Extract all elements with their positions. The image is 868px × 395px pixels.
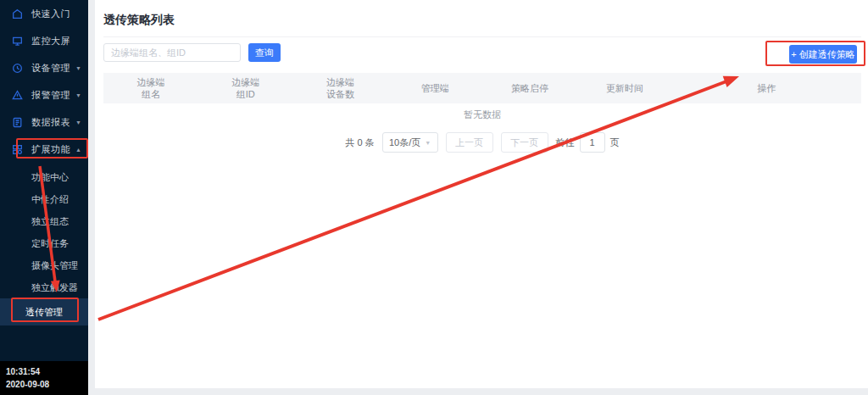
page-number-input[interactable] — [580, 132, 605, 153]
sidebar-menu: 快速入门 监控大屏 设备管理 ▼ 报警管理 ▼ — [0, 0, 88, 163]
submenu-item-scheduled-tasks[interactable]: 定时任务 — [0, 232, 88, 254]
submenu-item-camera-management[interactable]: 摄像头管理 — [0, 254, 88, 276]
pagination: 共 0 条 10条/页 ▼ 上一页 下一页 前往 页 — [103, 132, 861, 153]
extension-grid-icon — [11, 143, 23, 155]
submenu-item-neutral-intro[interactable]: 中性介绍 — [0, 188, 88, 210]
sidebar-item-device-management[interactable]: 设备管理 ▼ — [0, 54, 88, 81]
column-header-strategy-toggle: 策略启停 — [482, 82, 577, 94]
sidebar-item-label: 扩展功能 — [31, 143, 70, 156]
goto-suffix-label: 页 — [610, 136, 620, 149]
report-document-icon — [11, 116, 23, 128]
chevron-down-icon: ▼ — [75, 65, 81, 71]
pagination-total: 共 0 条 — [345, 136, 374, 149]
sidebar-item-label: 监控大屏 — [31, 35, 70, 47]
sidebar-submenu: 功能中心 中性介绍 独立组态 定时任务 摄像头管理 独立触发器 透传管理 — [0, 166, 88, 325]
submenu-item-passthrough-management[interactable]: 透传管理 — [0, 298, 88, 325]
sidebar-item-label: 数据报表 — [31, 116, 70, 129]
chevron-up-icon: ▲ — [75, 147, 81, 153]
column-header-update-time: 更新时间 — [577, 82, 672, 94]
next-page-button[interactable]: 下一页 — [501, 132, 548, 153]
sidebar-item-quick-start[interactable]: 快速入门 — [0, 0, 88, 27]
column-header-edge-device-count: 边缘端 设备数 — [293, 76, 388, 100]
sidebar: 快速入门 监控大屏 设备管理 ▼ 报警管理 ▼ — [0, 0, 88, 395]
submenu-item-function-center[interactable]: 功能中心 — [0, 166, 88, 188]
clock-time: 10:31:54 — [6, 365, 88, 378]
column-header-management-end: 管理端 — [387, 82, 482, 94]
sidebar-item-label: 快速入门 — [31, 8, 70, 20]
column-header-operation: 操作 — [672, 82, 862, 94]
chevron-down-icon: ▼ — [75, 92, 81, 98]
column-header-edge-group-name: 边缘端 组名 — [103, 76, 198, 100]
search-input[interactable] — [103, 43, 241, 62]
sidebar-item-label: 报警管理 — [31, 89, 70, 102]
query-button[interactable]: 查询 — [248, 43, 281, 62]
alarm-bell-icon — [11, 89, 23, 101]
submenu-item-independent-trigger[interactable]: 独立触发器 — [0, 276, 88, 298]
goto-page-group: 前往 页 — [556, 132, 620, 153]
column-header-edge-group-id: 边缘端 组ID — [198, 76, 293, 100]
home-icon — [11, 8, 23, 19]
title-divider — [103, 36, 861, 37]
sidebar-item-alarm-management[interactable]: 报警管理 ▼ — [0, 81, 88, 108]
submenu-item-independent-config[interactable]: 独立组态 — [0, 210, 88, 232]
sidebar-clock: 10:31:54 2020-09-08 — [0, 361, 88, 395]
monitor-icon — [11, 35, 23, 47]
empty-data-text: 暂无数据 — [103, 108, 861, 121]
page-title: 透传策略列表 — [103, 13, 175, 28]
prev-page-button[interactable]: 上一页 — [446, 132, 493, 153]
table-header: 边缘端 组名 边缘端 组ID 边缘端 设备数 管理端 策略启停 更新时间 操作 — [103, 73, 861, 103]
chevron-down-icon: ▼ — [75, 120, 81, 125]
page-size-select[interactable]: 10条/页 ▼ — [382, 132, 438, 153]
sidebar-item-monitor-screen[interactable]: 监控大屏 — [0, 27, 88, 54]
sidebar-item-label: 设备管理 — [31, 62, 70, 75]
device-clock-icon — [11, 62, 23, 74]
create-passthrough-strategy-button[interactable]: + 创建透传策略 — [789, 45, 857, 64]
sidebar-item-extended-functions[interactable]: 扩展功能 ▲ — [0, 136, 88, 163]
app-root: 快速入门 监控大屏 设备管理 ▼ 报警管理 ▼ — [0, 0, 868, 395]
sidebar-item-data-reports[interactable]: 数据报表 ▼ — [0, 108, 88, 136]
chevron-down-icon: ▼ — [425, 140, 431, 146]
main-content: 透传策略列表 查询 + 创建透传策略 边缘端 组名 边缘端 组ID 边缘端 设备… — [95, 0, 868, 388]
goto-prefix-label: 前往 — [556, 136, 575, 149]
clock-date: 2020-09-08 — [6, 378, 88, 391]
